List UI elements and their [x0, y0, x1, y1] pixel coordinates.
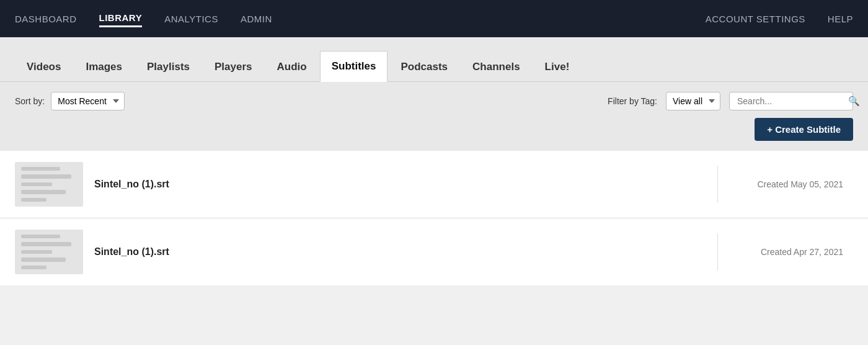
items-list: Sintel_no (1).srtCreated May 05, 2021Sin…: [0, 151, 868, 285]
search-wrapper: 🔍: [729, 92, 853, 110]
tab-subtitles[interactable]: Subtitles: [320, 51, 388, 82]
item-thumbnail: [15, 162, 83, 207]
item-divider: [717, 233, 718, 271]
sub-tab-bar: Videos Images Playlists Players Audio Su…: [0, 37, 868, 82]
nav-left: DASHBOARD LIBRARY ANALYTICS ADMIN: [15, 10, 706, 27]
sort-label: Sort by:: [15, 96, 45, 106]
item-date: Created May 05, 2021: [729, 179, 853, 189]
controls-bar: Sort by: Most RecentOldestA-ZZ-A Filter …: [0, 82, 868, 118]
search-input[interactable]: [735, 92, 848, 110]
tab-channels[interactable]: Channels: [461, 52, 532, 82]
list-item: Sintel_no (1).srtCreated May 05, 2021: [0, 151, 868, 218]
controls-right: Filter by Tag: View all 🔍: [608, 92, 853, 110]
controls-second-row: + Create Subtitle: [0, 118, 868, 151]
nav-library[interactable]: LIBRARY: [99, 10, 143, 27]
nav-admin[interactable]: ADMIN: [241, 11, 272, 27]
filter-select[interactable]: View all: [666, 92, 720, 110]
nav-analytics[interactable]: ANALYTICS: [164, 11, 218, 27]
tab-images[interactable]: Images: [74, 52, 134, 82]
nav-help[interactable]: HELP: [828, 14, 853, 24]
tab-videos[interactable]: Videos: [15, 52, 73, 82]
tab-playlists[interactable]: Playlists: [135, 52, 202, 82]
item-date: Created Apr 27, 2021: [729, 247, 853, 257]
search-icon: 🔍: [848, 96, 860, 107]
tab-audio[interactable]: Audio: [265, 52, 319, 82]
nav-right: ACCOUNT SETTINGS HELP: [706, 14, 853, 24]
item-name[interactable]: Sintel_no (1).srt: [94, 179, 706, 190]
list-item: Sintel_no (1).srtCreated Apr 27, 2021: [0, 218, 868, 285]
tab-live[interactable]: Live!: [533, 52, 582, 82]
nav-account-settings[interactable]: ACCOUNT SETTINGS: [706, 14, 805, 24]
top-nav: DASHBOARD LIBRARY ANALYTICS ADMIN ACCOUN…: [0, 0, 868, 37]
tab-podcasts[interactable]: Podcasts: [389, 52, 459, 82]
controls-left: Sort by: Most RecentOldestA-ZZ-A: [15, 92, 125, 110]
create-subtitle-button[interactable]: + Create Subtitle: [755, 118, 853, 141]
item-divider: [717, 166, 718, 203]
tab-players[interactable]: Players: [203, 52, 264, 82]
item-name[interactable]: Sintel_no (1).srt: [94, 246, 706, 258]
filter-label: Filter by Tag:: [608, 96, 657, 106]
item-thumbnail: [15, 230, 83, 274]
nav-dashboard[interactable]: DASHBOARD: [15, 11, 77, 27]
sort-select[interactable]: Most RecentOldestA-ZZ-A: [51, 92, 125, 110]
